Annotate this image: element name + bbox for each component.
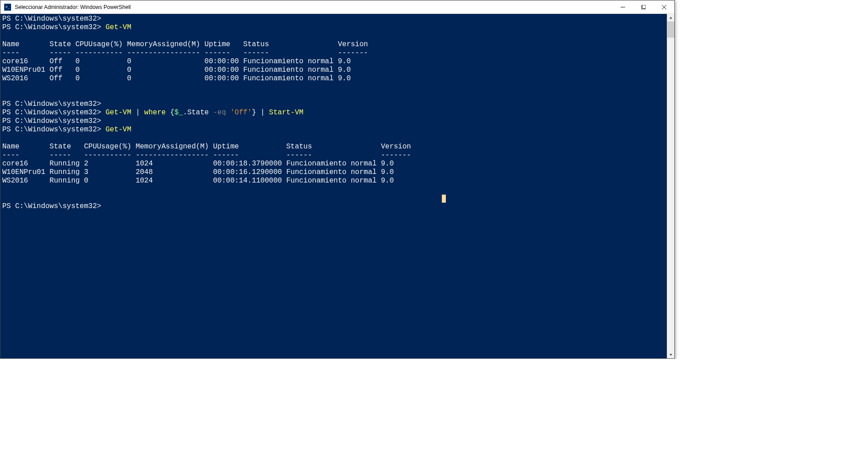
terminal-output[interactable]: PS C:\Windows\system32> PS C:\Windows\sy… bbox=[0, 14, 667, 358]
svg-rect-2 bbox=[642, 5, 646, 9]
svg-marker-6 bbox=[669, 354, 672, 356]
titlebar[interactable]: Seleccionar Administrador: Windows Power… bbox=[0, 0, 674, 14]
powershell-icon bbox=[4, 4, 11, 11]
scroll-down-arrow[interactable] bbox=[667, 351, 674, 358]
powershell-window: Seleccionar Administrador: Windows Power… bbox=[0, 0, 675, 359]
scrollbar-thumb[interactable] bbox=[667, 22, 674, 38]
close-button[interactable] bbox=[654, 0, 674, 13]
selection-cursor bbox=[442, 195, 446, 203]
minimize-button[interactable] bbox=[613, 0, 633, 13]
window-title: Seleccionar Administrador: Windows Power… bbox=[15, 4, 131, 10]
scroll-up-arrow[interactable] bbox=[667, 14, 674, 22]
scrollbar-track[interactable] bbox=[667, 22, 674, 351]
vertical-scrollbar[interactable] bbox=[667, 14, 674, 358]
terminal-area: PS C:\Windows\system32> PS C:\Windows\sy… bbox=[0, 14, 674, 358]
window-controls bbox=[613, 0, 674, 13]
svg-marker-5 bbox=[669, 17, 672, 19]
maximize-button[interactable] bbox=[633, 0, 654, 13]
